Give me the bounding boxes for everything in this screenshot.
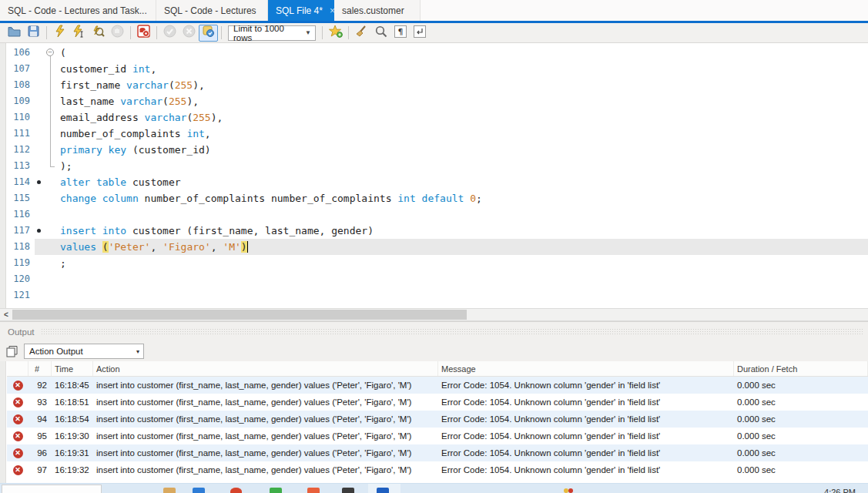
taskbar-clock[interactable]: 4:26 PM (824, 488, 856, 493)
fold-collapse-icon[interactable]: − (46, 49, 54, 56)
toggle-wrap-button[interactable] (410, 25, 429, 42)
code-token: 'Figaro' (163, 241, 211, 253)
code-token: ), (211, 112, 223, 123)
code-token: varchar (145, 112, 187, 123)
taskbar-app-icon[interactable] (163, 488, 176, 493)
line-number: 110 (7, 109, 35, 126)
rollback-button[interactable] (179, 25, 199, 42)
editor-line[interactable]: 120 (7, 271, 868, 287)
mysql-workbench-window: SQL - Code - Lectures and Task... SQL - … (0, 0, 868, 493)
line-number: 106 (7, 45, 35, 61)
execute-script-button[interactable] (50, 25, 69, 42)
stop-button[interactable] (108, 25, 127, 42)
grid-header-duration[interactable]: Duration / Fetch (734, 361, 868, 376)
editor-line[interactable]: 118values ('Peter', 'Figaro', 'M') (7, 239, 868, 255)
scroll-left-arrow[interactable]: < (0, 309, 12, 320)
editor-line[interactable]: 115change column number_of_complaints nu… (7, 190, 868, 206)
code-token: 'M' (223, 241, 240, 253)
row-duration-cell: 0.000 sec (734, 448, 868, 458)
row-time-cell: 16:18:45 (52, 381, 93, 390)
taskbar-search-box[interactable] (2, 485, 102, 493)
row-index-cell: 93 (28, 397, 52, 407)
autocommit-icon (202, 25, 215, 41)
code-token: insert into (60, 225, 126, 236)
search-icon (375, 25, 387, 41)
tab-sql-file-4[interactable]: SQL File 4* × (268, 0, 334, 21)
taskbar-app-icon[interactable] (342, 488, 354, 493)
row-time-cell: 16:18:51 (52, 397, 93, 407)
error-icon: ✕ (13, 397, 23, 407)
editor-line[interactable]: 119; (7, 255, 868, 271)
editor-line[interactable]: 113); (7, 158, 868, 174)
taskbar-app-icon[interactable] (270, 488, 282, 493)
taskbar-app-icon[interactable] (193, 488, 205, 493)
taskbar-app-icon[interactable] (230, 488, 242, 493)
taskbar-app-icon[interactable] (307, 488, 320, 493)
find-button[interactable] (371, 25, 390, 42)
code-token: 255 (175, 79, 193, 91)
scrollbar-thumb[interactable] (12, 310, 467, 320)
toggle-autocommit-button[interactable] (199, 25, 218, 42)
wrap-return-icon (414, 25, 426, 41)
toggle-stop-on-error-button[interactable] (134, 25, 153, 42)
output-row[interactable]: ✕9516:19:30insert into customer (first_n… (7, 428, 868, 444)
taskbar-workbench-icon[interactable] (377, 488, 389, 493)
tab-label: sales.customer (342, 5, 404, 16)
beautify-button[interactable] (352, 25, 371, 42)
tab-sql-code-lectures[interactable]: SQL - Code - Lectures (156, 0, 268, 21)
code-token: , (150, 63, 156, 75)
fold-line (50, 142, 51, 158)
row-time-cell: 16:18:54 (52, 414, 93, 424)
grid-header-time[interactable]: Time (52, 361, 93, 376)
star-plus-icon (329, 25, 343, 41)
marker-column (35, 271, 44, 287)
editor-line[interactable]: 110email_address varchar(255), (7, 109, 868, 126)
code-token: ) (241, 241, 247, 253)
sql-code-editor[interactable]: 106−(107customer_id int,108first_name va… (0, 43, 868, 308)
output-row[interactable]: ✕9316:18:51insert into customer (first_n… (7, 394, 868, 411)
editor-line[interactable]: 117insert into customer (first_name, las… (7, 223, 868, 239)
grid-header-action[interactable]: Action (93, 361, 438, 376)
execute-current-statement-button[interactable] (69, 25, 89, 42)
open-file-button[interactable] (5, 25, 24, 42)
row-duration-cell: 0.000 sec (734, 465, 868, 475)
grid-header-message[interactable]: Message (438, 361, 734, 376)
editor-line[interactable]: 112primary key (customer_id) (7, 142, 868, 158)
fold-column (44, 61, 56, 77)
output-row[interactable]: ✕9616:19:31insert into customer (first_n… (7, 444, 868, 461)
tab-sql-code-lectures-and-tasks[interactable]: SQL - Code - Lectures and Task... (0, 0, 156, 21)
editor-horizontal-scrollbar[interactable]: < (0, 308, 868, 321)
fold-column (44, 93, 56, 109)
editor-line[interactable]: 106−( (7, 45, 868, 61)
editor-line[interactable]: 121 (7, 287, 868, 304)
editor-line[interactable]: 108first_name varchar(255), (7, 77, 868, 93)
row-message-cell: Error Code: 1054. Unknown column 'gender… (438, 431, 734, 441)
toolbar-separator (130, 26, 131, 39)
fold-column (44, 287, 56, 304)
taskbar-notification-icon[interactable] (568, 488, 573, 493)
commit-button[interactable] (160, 25, 179, 42)
code-text: change column number_of_complaints numbe… (56, 190, 868, 206)
commit-check-icon (163, 25, 176, 41)
editor-line[interactable]: 111number_of_complaints int, (7, 126, 868, 142)
explain-plan-button[interactable] (89, 25, 108, 42)
show-invisibles-button[interactable]: ¶ (390, 25, 410, 42)
grid-header-index[interactable]: # (28, 361, 52, 376)
limit-rows-dropdown[interactable]: Limit to 1000 rows ▼ (228, 25, 316, 41)
save-snippet-button[interactable] (326, 25, 345, 42)
tab-label: SQL - Code - Lectures and Task... (8, 5, 147, 16)
save-button[interactable] (24, 25, 43, 42)
output-row[interactable]: ✕9216:18:45insert into customer (first_n… (7, 377, 868, 394)
toolbar-separator (322, 26, 323, 39)
output-row[interactable]: ✕9416:18:54insert into customer (first_n… (7, 411, 868, 428)
editor-line[interactable]: 107customer_id int, (7, 61, 868, 77)
editor-line[interactable]: 116 (7, 206, 868, 223)
code-text: ( (56, 45, 868, 61)
tab-sales-customer[interactable]: sales.customer (334, 0, 421, 21)
editor-line[interactable]: 109last_name varchar(255), (7, 93, 868, 109)
output-row[interactable]: ✕9716:19:32insert into customer (first_n… (7, 461, 868, 478)
grid-margin-strip (0, 361, 6, 483)
line-number: 121 (7, 287, 35, 304)
editor-line[interactable]: 114alter table customer (7, 174, 868, 190)
output-view-dropdown[interactable]: Action Output ▾ (24, 344, 144, 359)
